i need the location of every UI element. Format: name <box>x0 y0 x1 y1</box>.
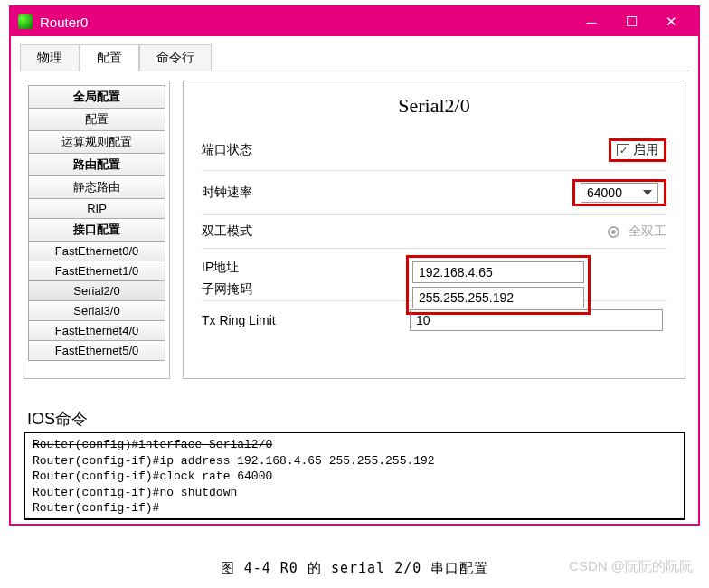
sidebar[interactable]: 全局配置 配置 运算规则配置 路由配置 静态路由 RIP 接口配置 FastEt… <box>24 81 170 379</box>
row-port-state: 端口状态 ✓ 启用 <box>202 130 666 171</box>
clock-select[interactable]: 64000 <box>581 183 658 203</box>
client-area: 物理 配置 命令行 全局配置 配置 运算规则配置 路由配置 静态路由 RIP 接… <box>13 38 696 522</box>
content-area: 全局配置 配置 运算规则配置 路由配置 静态路由 RIP 接口配置 FastEt… <box>13 71 696 388</box>
window-title: Router0 <box>40 14 88 30</box>
sidebar-item-rip[interactable]: RIP <box>28 198 165 219</box>
close-button[interactable]: ✕ <box>651 7 691 36</box>
ios-output[interactable]: Router(config)#interface Serial2/0 Route… <box>24 432 685 520</box>
tab-cli[interactable]: 命令行 <box>139 44 212 71</box>
tab-bar: 物理 配置 命令行 <box>20 43 689 71</box>
sidebar-item-algorithm[interactable]: 运算规则配置 <box>28 130 165 154</box>
ip-highlight: 192.168.4.65 255.255.255.192 <box>406 255 591 315</box>
sidebar-item-serial20[interactable]: Serial2/0 <box>28 280 165 301</box>
port-state-highlight: ✓ 启用 <box>609 138 666 162</box>
sidebar-item-fe10[interactable]: FastEthernet1/0 <box>28 261 165 281</box>
panel-title: Serial2/0 <box>202 94 666 118</box>
duplex-label: 双工模式 <box>202 223 328 240</box>
clock-value: 64000 <box>587 185 622 200</box>
txring-label: Tx Ring Limit <box>202 313 328 327</box>
row-duplex: 双工模式 全双工 <box>202 215 666 249</box>
chevron-down-icon <box>643 190 652 195</box>
sidebar-header-interface[interactable]: 接口配置 <box>28 218 165 242</box>
ip-label: IP地址 <box>202 260 328 276</box>
row-ip: IP地址 子网掩码 192.168.4.65 255.255.255.192 x… <box>202 249 666 300</box>
maximize-button[interactable]: ☐ <box>611 7 651 36</box>
watermark: CSDN @阮阮的阮阮 <box>569 558 693 575</box>
clock-label: 时钟速率 <box>202 185 328 201</box>
sidebar-item-fe00[interactable]: FastEthernet0/0 <box>28 241 165 261</box>
app-icon <box>18 14 33 29</box>
duplex-value: 全双工 <box>629 223 666 240</box>
sidebar-item-serial30[interactable]: Serial3/0 <box>28 300 165 321</box>
clock-highlight: 64000 <box>572 179 666 206</box>
port-state-checkbox[interactable]: ✓ <box>617 144 629 156</box>
ip-input[interactable]: 192.168.4.65 <box>412 261 584 283</box>
titlebar: Router0 ─ ☐ ✕ <box>11 7 698 36</box>
duplex-radio <box>608 226 619 238</box>
tab-config[interactable]: 配置 <box>80 44 139 71</box>
ios-section: IOS命令 Router(config)#interface Serial2/0… <box>24 408 685 520</box>
mask-input[interactable]: 255.255.255.192 <box>412 287 584 308</box>
sidebar-item-fe40[interactable]: FastEthernet4/0 <box>28 320 165 341</box>
sidebar-item-static[interactable]: 静态路由 <box>28 175 165 199</box>
port-state-label: 端口状态 <box>202 142 328 158</box>
app-window: Router0 ─ ☐ ✕ 物理 配置 命令行 全局配置 配置 运算规则配置 路… <box>9 5 700 526</box>
port-state-text: 启用 <box>633 142 658 158</box>
ios-label: IOS命令 <box>24 408 685 432</box>
tab-physical[interactable]: 物理 <box>20 44 80 71</box>
sidebar-item-fe50[interactable]: FastEthernet5/0 <box>28 340 165 361</box>
mask-label: 子网掩码 <box>202 281 328 298</box>
sidebar-header-routing[interactable]: 路由配置 <box>28 153 165 176</box>
sidebar-header-global[interactable]: 全局配置 <box>28 85 165 109</box>
config-panel: Serial2/0 端口状态 ✓ 启用 时钟速率 <box>183 81 685 379</box>
row-clock: 时钟速率 64000 <box>202 171 666 215</box>
minimize-button[interactable]: ─ <box>572 7 611 36</box>
sidebar-item-config[interactable]: 配置 <box>28 108 165 131</box>
